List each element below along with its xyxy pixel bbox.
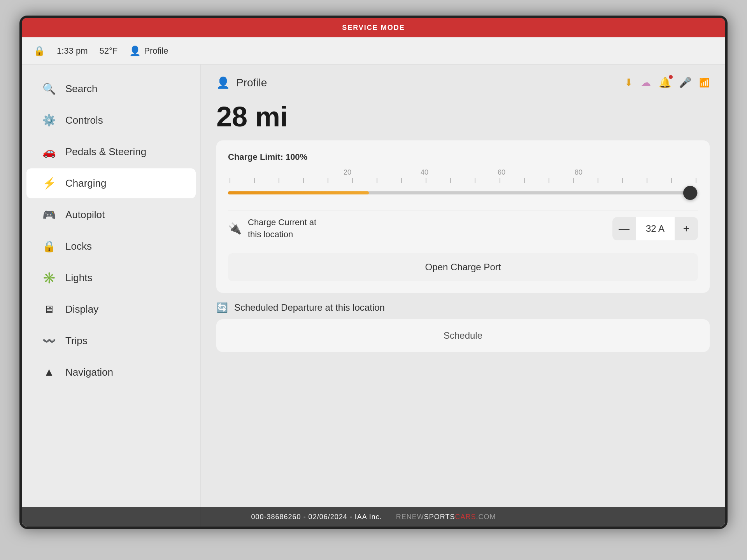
- bell-icon[interactable]: 🔔: [659, 77, 671, 89]
- tick: [401, 178, 402, 183]
- sidebar-label-charging: Charging: [65, 177, 107, 189]
- open-charge-port-button[interactable]: Open Charge Port: [228, 253, 698, 281]
- charge-limit-label: Charge Limit: 100%: [228, 152, 698, 162]
- sidebar: 🔍 Search ⚙️ Controls 🚗 Pedals & Steering…: [22, 65, 201, 527]
- watermark-bar: 000-38686260 - 02/06/2024 - IAA Inc. REN…: [22, 507, 725, 527]
- marker-spacer: [232, 168, 309, 177]
- charging-icon: ⚡: [42, 177, 56, 190]
- sidebar-item-search[interactable]: 🔍 Search: [26, 74, 196, 104]
- tick: [696, 178, 696, 183]
- tick: [303, 178, 304, 183]
- status-bar: 🔒 1:33 pm 52°F 👤 Profile: [22, 37, 725, 65]
- navigation-icon: ▲: [42, 366, 56, 378]
- trips-icon: 〰️: [42, 334, 56, 347]
- sidebar-label-trips: Trips: [65, 335, 88, 347]
- charge-current-control: — 32 A +: [612, 217, 698, 240]
- tick: [671, 178, 672, 183]
- lights-icon: ✳️: [42, 271, 56, 284]
- marker-40: 40: [386, 168, 463, 177]
- sidebar-label-search: Search: [65, 83, 97, 95]
- slider-thumb[interactable]: [683, 186, 697, 200]
- tick: [352, 178, 353, 183]
- mic-icon[interactable]: 🎤: [679, 77, 691, 89]
- sidebar-label-lights: Lights: [65, 272, 92, 284]
- service-mode-text: SERVICE MODE: [342, 24, 405, 32]
- schedule-card[interactable]: Schedule: [216, 319, 710, 352]
- lock-icon-item: 🔒: [33, 46, 45, 56]
- tick: [549, 178, 549, 183]
- scheduled-title: Scheduled Departure at this location: [234, 302, 385, 313]
- sidebar-item-display[interactable]: 🖥 Display: [26, 294, 196, 324]
- profile-status-icon: 👤: [129, 46, 141, 56]
- sidebar-item-lights[interactable]: ✳️ Lights: [26, 263, 196, 293]
- range-display: 28 mi: [216, 101, 710, 133]
- sidebar-label-autopilot: Autopilot: [65, 209, 105, 221]
- tick: [524, 178, 525, 183]
- search-icon: 🔍: [42, 82, 56, 95]
- main-area: 🔍 Search ⚙️ Controls 🚗 Pedals & Steering…: [22, 65, 725, 527]
- scheduled-header: 🔄 Scheduled Departure at this location: [216, 302, 710, 313]
- marker-60: 60: [463, 168, 540, 177]
- sidebar-item-locks[interactable]: 🔒 Locks: [26, 231, 196, 261]
- charge-slider[interactable]: [228, 185, 698, 201]
- profile-status-label: Profile: [144, 46, 168, 56]
- watermark-info: 000-38686260 - 02/06/2024 - IAA Inc.: [251, 513, 382, 521]
- tick: [426, 178, 426, 183]
- locks-icon: 🔒: [42, 240, 56, 253]
- sidebar-item-autopilot[interactable]: 🎮 Autopilot: [26, 200, 196, 230]
- slider-fill: [228, 191, 369, 194]
- sidebar-item-charging[interactable]: ⚡ Charging: [26, 168, 196, 198]
- sidebar-label-navigation: Navigation: [65, 366, 113, 378]
- tick: [475, 178, 475, 183]
- content-title: Profile: [236, 77, 267, 89]
- cloud-icon[interactable]: ☁: [641, 77, 651, 89]
- sidebar-label-locks: Locks: [65, 240, 92, 252]
- plug-icon: 🔌: [228, 222, 242, 235]
- slider-track: [228, 191, 698, 194]
- watermark-main-text: 000-38686260 - 02/06/2024 - IAA Inc. REN…: [251, 513, 496, 521]
- sidebar-item-navigation[interactable]: ▲ Navigation: [26, 357, 196, 387]
- content-header-left: 👤 Profile: [216, 76, 267, 89]
- tick: [230, 178, 230, 183]
- watermark-cars: CARS: [455, 513, 476, 521]
- signal-icon: 📶: [699, 78, 710, 88]
- tick: [254, 178, 255, 183]
- scheduled-section: 🔄 Scheduled Departure at this location S…: [216, 302, 710, 352]
- scheduled-icon: 🔄: [216, 302, 228, 313]
- charge-card: Charge Limit: 100% 20 40 60 80: [216, 140, 710, 293]
- autopilot-icon: 🎮: [42, 208, 56, 221]
- charge-current-row: 🔌 Charge Current atthis location — 32 A …: [228, 210, 698, 247]
- range-value: 28 mi: [216, 101, 288, 132]
- tick: [377, 178, 377, 183]
- decrease-charge-button[interactable]: —: [612, 217, 636, 240]
- increase-charge-button[interactable]: +: [675, 217, 698, 240]
- watermark-com: .COM: [476, 513, 496, 521]
- tick: [279, 178, 279, 183]
- schedule-label: Schedule: [444, 330, 482, 341]
- watermark-renew: RENEW: [396, 513, 424, 521]
- tick: [500, 178, 500, 183]
- header-icons: ⬇ ☁ 🔔 🎤 📶: [624, 77, 710, 89]
- tick: [598, 178, 598, 183]
- sidebar-item-controls[interactable]: ⚙️ Controls: [26, 105, 196, 135]
- tick: [450, 178, 451, 183]
- content-header: 👤 Profile ⬇ ☁ 🔔 🎤 📶: [216, 76, 710, 89]
- screen-bezel: SERVICE MODE 🔒 1:33 pm 52°F 👤 Profile 🔍 …: [19, 16, 728, 529]
- sidebar-label-pedals: Pedals & Steering: [65, 146, 146, 158]
- current-time: 1:33 pm: [57, 46, 88, 56]
- time-display: 1:33 pm: [57, 46, 88, 56]
- marker-20: 20: [309, 168, 386, 177]
- sidebar-label-controls: Controls: [65, 114, 103, 126]
- service-bar: SERVICE MODE: [22, 18, 725, 37]
- temperature-display: 52°F: [100, 46, 118, 56]
- marker-spacer2: [617, 168, 694, 177]
- charge-current-value: 32 A: [636, 223, 675, 234]
- sidebar-item-trips[interactable]: 〰️ Trips: [26, 326, 196, 356]
- tick-marks-row: [228, 178, 698, 183]
- tick-marks-container: [228, 178, 698, 184]
- sidebar-item-pedals[interactable]: 🚗 Pedals & Steering: [26, 137, 196, 167]
- profile-status-item[interactable]: 👤 Profile: [129, 46, 168, 56]
- sidebar-label-display: Display: [65, 303, 98, 315]
- download-icon[interactable]: ⬇: [624, 77, 633, 89]
- pedals-icon: 🚗: [42, 145, 56, 158]
